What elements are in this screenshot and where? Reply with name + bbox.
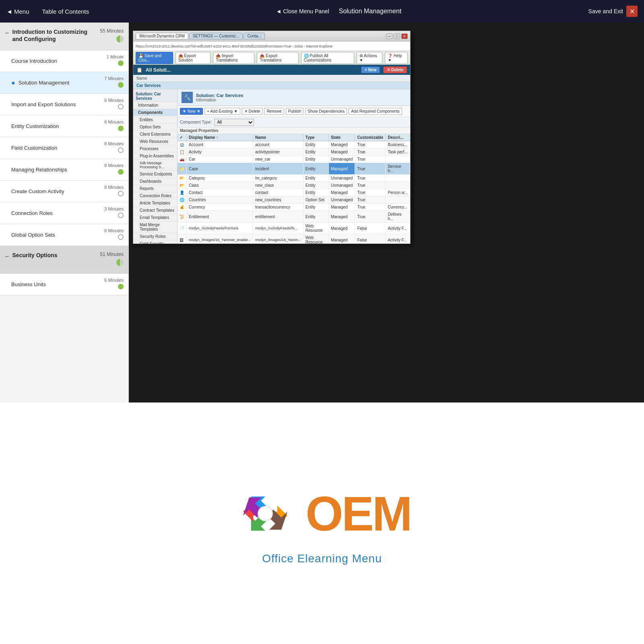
col-check: ✓ (178, 134, 187, 141)
crm-sidebar-processes[interactable]: Processes (133, 145, 177, 153)
crm-tab-settings[interactable]: SETTINGS — Customiz... (189, 33, 243, 39)
minus-icon: − (5, 29, 9, 37)
col-desc[interactable]: Descri... (386, 134, 410, 141)
crm-new-btn[interactable]: ▼ New ▼ (180, 108, 203, 115)
crm-publish-btn[interactable]: Publish (286, 108, 304, 115)
progress-circle-security (116, 259, 124, 266)
crm-sidebar-entities[interactable]: Entities (133, 116, 177, 124)
crm-sidebar-optionsets[interactable]: Option Sets (133, 124, 177, 131)
crm-sidebar-security-roles[interactable]: Security Roles (133, 233, 177, 240)
crm-sidebar-client-ext[interactable]: Client Extensions (133, 131, 177, 138)
col-name[interactable]: Name (253, 134, 303, 141)
table-row[interactable]: 📂Classnew_classEntityUnmanagedTrue (178, 182, 410, 189)
crm-sidebar-article-tmpl[interactable]: Article Templates (133, 200, 177, 207)
col-customizable[interactable]: Customizable (355, 134, 386, 141)
save-exit-button[interactable]: Save and Exit (588, 8, 623, 14)
table-row[interactable]: 💰CurrencytransactioncurrencyEntityManage… (178, 204, 410, 211)
crm-sidebar-conn-roles[interactable]: Connection Roles (133, 192, 177, 200)
table-row[interactable]: 🖼msdyn_/Images/16_Yammer_enable...msdyn_… (178, 234, 410, 244)
crm-sidebar-web-resources[interactable]: Web Resources (133, 138, 177, 145)
close-button[interactable]: ✕ (626, 6, 638, 17)
section-title-intro: Introduction to Customizing and Configur… (12, 28, 97, 43)
ribbon-publish-all[interactable]: 🌐 Publish All Customizations (301, 52, 354, 64)
crm-close-btn[interactable]: ✕ (401, 33, 408, 39)
crm-sidebar-email-tmpl[interactable]: Email Templates (133, 214, 177, 221)
table-row[interactable]: 📄msdyn_/ActivityFeeds/Forms/amsdyn_/Acti… (178, 223, 410, 234)
crm-component-toolbar: ▼ New ▼ + Add Existing ▼ ✕ Delete Remove… (178, 106, 410, 117)
sidebar-item-connection-roles[interactable]: Connection Roles 3 Minutes (0, 202, 128, 224)
sidebar-item-solution-mgmt[interactable]: ● Solution Management 7 Minutes (0, 72, 128, 94)
section-meta-intro: 55 Minutes (100, 28, 124, 44)
sidebar-item-entity-custom[interactable]: Entity Customization 6 Minutes (0, 116, 128, 137)
progress-dot-solution-mgmt (118, 82, 124, 88)
close-panel-button[interactable]: ◄ Close Menu Panel (276, 8, 329, 14)
crm-sidebar-plugins[interactable]: Plug-in Assemblies (133, 153, 177, 160)
crm-add-required-btn[interactable]: Add Required Components (349, 108, 402, 115)
crm-sidebar-mail-merge[interactable]: Mail Merge Templates (133, 221, 177, 233)
crm-sidebar-components[interactable]: Components (133, 109, 177, 116)
col-type[interactable]: Type (303, 134, 328, 141)
table-row[interactable]: 🚗Carnew_carEntityUnmanagedTrue (178, 156, 410, 163)
table-row[interactable]: 👤ContactcontactEntityManagedTruePerson w… (178, 189, 410, 196)
active-dot-icon: ● (11, 79, 15, 87)
crm-sidebar-information[interactable]: Information (133, 102, 177, 109)
crm-filter-row: Component Type: All Entities Web Resourc… (178, 117, 410, 128)
crm-component-table: ✓ Display Name ↑ Name Type State Customi… (178, 134, 410, 244)
crm-delete-btn[interactable]: ✕ Delete (242, 108, 263, 115)
table-row[interactable]: 📋ActivityactivitypointerEntityManagedTru… (178, 149, 410, 156)
sidebar-item-create-custom[interactable]: Create Custom Activity 8 Minutes (0, 181, 128, 202)
col-display[interactable]: Display Name ↑ (187, 134, 253, 141)
nav-right: Save and Exit ✕ (588, 6, 638, 17)
crm-sidebar-field-sec[interactable]: Field Security Profiles (133, 240, 177, 244)
crm-sidebar-sdk[interactable]: Sdk Message Processing S... (133, 160, 177, 171)
table-row[interactable]: 📂Categorylm_categoryEntityUnmanagedTrue (178, 175, 410, 182)
menu-button[interactable]: ◄ Menu (6, 8, 29, 15)
all-solutions-bar: 📋 All Soluti... + New ✕ Delete (133, 65, 410, 75)
sidebar-item-business-units[interactable]: Business Units 6 Minutes (0, 274, 128, 295)
new-solution-btn[interactable]: + New (361, 66, 380, 73)
table-row-selected[interactable]: 📁CaseincidentEntityManagedTrueService h.… (178, 163, 410, 175)
ribbon-help[interactable]: ❓ Help ▼ (385, 52, 408, 64)
section-meta-security: 51 Minutes (100, 252, 124, 268)
crm-sidebar-reports[interactable]: Reports (133, 185, 177, 192)
ribbon-export-translations[interactable]: 📤 Export Translations (257, 52, 299, 64)
ribbon-import-translations[interactable]: 📥 Import Translations (213, 52, 254, 64)
component-type-select[interactable]: All Entities Web Resources (214, 119, 254, 126)
crm-solution-header: 🔧 Solution: Car Services Information (178, 89, 410, 106)
table-row[interactable]: 🏢AccountaccountEntityManagedTrueBusiness… (178, 141, 410, 149)
sidebar-item-managing-rel[interactable]: Managing Relationships 8 Minutes (0, 159, 128, 181)
section-title-security: Security Options (12, 252, 97, 259)
crm-list-item-car[interactable]: Car Services (133, 82, 410, 89)
table-row[interactable]: 📜EntitlemententitlementEntityManagedTrue… (178, 211, 410, 223)
crm-maximize-btn[interactable]: □ (394, 33, 400, 39)
all-solutions-title: All Soluti... (146, 67, 171, 73)
sidebar-item-import-export[interactable]: Import and Export Solutions 6 Minutes (0, 94, 128, 116)
crm-sidebar-dashboards[interactable]: Dashboards (133, 178, 177, 185)
delete-solution-btn[interactable]: ✕ Delete (383, 66, 407, 73)
crm-tab-dynamics[interactable]: Microsoft Dynamics CRM (136, 33, 188, 39)
sidebar-item-global-option[interactable]: Global Option Sets 6 Minutes (0, 224, 128, 246)
sidebar-item-field-custom[interactable]: Field Customization 8 Minutes (0, 137, 128, 159)
section-header-security[interactable]: − Security Options 51 Minutes (0, 246, 128, 274)
crm-sidebar: Solution: Car Services Information Compo… (133, 89, 178, 244)
crm-minimize-btn[interactable]: ─ (386, 33, 392, 39)
progress-dot-entity-custom (118, 126, 124, 131)
table-row[interactable]: 🌐Countriesnew_countriesOption SetUnmanag… (178, 196, 410, 204)
progress-dot-business-units (118, 284, 124, 289)
section-header-intro[interactable]: − Introduction to Customizing and Config… (0, 23, 128, 50)
crm-show-deps-btn[interactable]: Show Dependencies (305, 108, 347, 115)
progress-dot-create-custom (118, 191, 124, 196)
crm-tab-conta[interactable]: Conta... (244, 33, 265, 39)
sidebar-item-course-intro[interactable]: Course Introduction 1 Minute (0, 50, 128, 72)
crm-remove-btn[interactable]: Remove (264, 108, 284, 115)
crm-sidebar-service-ep[interactable]: Service Endpoints (133, 171, 177, 178)
crm-add-existing-btn[interactable]: + Add Existing ▼ (204, 108, 240, 115)
progress-dot-managing-rel (118, 169, 124, 175)
ribbon-save-close[interactable]: 💾 Save and Clos... (136, 52, 173, 64)
col-state[interactable]: State (328, 134, 355, 141)
ribbon-export-solution[interactable]: 📤 Export Solution (175, 52, 211, 64)
oem-text: OEM (305, 489, 411, 538)
ribbon-actions[interactable]: ⚙ Actions ▼ (357, 52, 383, 64)
crm-sidebar-contract-tmpl[interactable]: Contract Templates (133, 207, 177, 214)
progress-circle-intro (116, 35, 124, 43)
